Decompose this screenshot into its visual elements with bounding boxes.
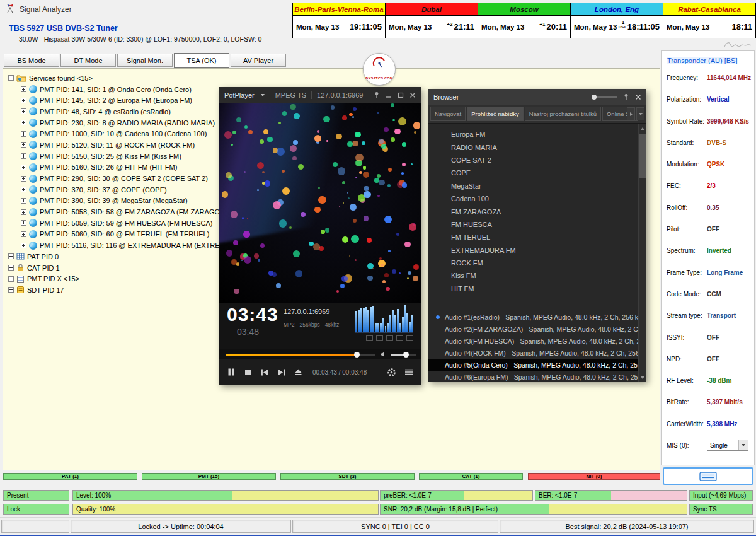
volume-handle[interactable] — [403, 352, 409, 358]
collapse-toggle[interactable] — [8, 75, 14, 81]
expand-toggle[interactable] — [21, 142, 26, 148]
viz-mini-icon[interactable] — [376, 335, 383, 341]
transponder-field: Frame Type: Long Frame — [662, 269, 754, 290]
transponder-title[interactable]: Transponder (AU) [BS] — [667, 57, 737, 64]
viz-mini-icon[interactable] — [386, 335, 393, 341]
next-button[interactable] — [277, 368, 286, 376]
field-value: OFF — [707, 334, 719, 355]
previous-button[interactable] — [260, 368, 269, 376]
pause-button[interactable] — [227, 368, 236, 376]
tab-list-dropdown-icon[interactable] — [636, 107, 644, 120]
expand-toggle[interactable] — [21, 98, 26, 103]
network-device-button[interactable] — [663, 467, 753, 485]
open-eject-button[interactable] — [294, 368, 302, 376]
expand-toggle[interactable] — [8, 265, 14, 271]
pin-icon[interactable] — [374, 91, 380, 99]
channel-item[interactable]: FM ZARAGOZA — [428, 205, 636, 218]
expand-toggle[interactable] — [21, 220, 26, 226]
expand-toggle[interactable] — [21, 176, 26, 182]
browser-tab[interactable]: Nástroj procházení titulků — [525, 107, 601, 121]
audio-track-item[interactable]: Audio #2(FM ZARAGOZA) - Spanish, MPEG Au… — [428, 323, 638, 335]
audio-track-item[interactable]: Audio #1(esRadio) - Spanish, MPEG Audio,… — [428, 311, 638, 323]
potplayer-titlebar[interactable]: PotPlayer MPEG TS 127.0.0.1:6969 — [219, 87, 421, 103]
browser-titlebar[interactable]: Browser — [428, 89, 646, 105]
transponder-field: Pilot: OFF — [662, 225, 754, 247]
slider-handle[interactable] — [592, 95, 597, 100]
mode-tab[interactable]: DT Mode — [60, 54, 116, 67]
channel-item[interactable]: ROCK FM — [428, 257, 636, 269]
maximize-icon[interactable] — [398, 92, 404, 98]
expand-toggle[interactable] — [21, 165, 26, 170]
chevron-down-icon[interactable] — [261, 94, 265, 96]
radio-service-icon: ♪ — [29, 208, 37, 216]
field-label: Polarization: — [667, 95, 707, 117]
tree-root-label: Services found <15> — [29, 74, 93, 82]
seek-handle[interactable] — [354, 352, 360, 358]
volume-slider[interactable] — [391, 354, 416, 356]
browser-tab[interactable]: Navigovat — [430, 107, 466, 121]
playlist-menu-icon[interactable] — [404, 368, 413, 376]
audio-track-item[interactable]: Audio #6(Europa FM) - Spanish, MPEG Audi… — [428, 371, 638, 382]
pin-icon[interactable] — [623, 93, 629, 101]
expand-toggle[interactable] — [8, 253, 14, 259]
settings-gear-icon[interactable] — [387, 368, 396, 377]
service-label: PMT PID: 5058, SID: 58 @ FM ZARAGOZA (FM… — [40, 208, 231, 216]
expand-toggle[interactable] — [21, 231, 26, 237]
expand-toggle[interactable] — [21, 153, 26, 159]
channel-item[interactable]: FM HUESCA — [428, 218, 636, 231]
expand-toggle[interactable] — [21, 243, 26, 248]
close-icon[interactable] — [635, 94, 641, 100]
mode-tab[interactable]: AV Player — [231, 54, 286, 67]
opacity-slider[interactable] — [595, 96, 617, 98]
channel-item[interactable]: COPE SAT 2 — [428, 154, 636, 166]
audio-track-item[interactable]: Audio #3(FM HUESCA) - Spanish, MPEG Audi… — [428, 335, 638, 347]
expand-toggle[interactable] — [21, 86, 26, 92]
expand-toggle[interactable] — [8, 287, 14, 293]
expand-toggle[interactable] — [21, 198, 26, 204]
service-label: PMT PID: 370, SID: 37 @ COPE (COPE) — [40, 186, 167, 194]
window-titlebar[interactable]: Signal Analyzer — [0, 0, 293, 19]
channel-item[interactable]: FM TERUEL — [428, 231, 636, 243]
browser-tab[interactable]: Prohlížeč nabídky — [467, 107, 524, 121]
channel-item[interactable]: HIT FM — [428, 283, 636, 295]
channel-list: Europa FM RADIO MARIA COPE SAT 2 COPE Me… — [428, 128, 636, 295]
scrollbar-thumb[interactable] — [639, 134, 646, 178]
mode-tab[interactable]: BS Mode — [4, 54, 59, 67]
expand-toggle[interactable] — [21, 108, 26, 114]
mis-select[interactable]: Single — [707, 440, 748, 451]
mode-tab[interactable]: TSA (OK) — [174, 53, 229, 68]
expand-toggle[interactable] — [21, 209, 26, 215]
channel-item[interactable]: RADIO MARIA — [428, 141, 636, 153]
expand-toggle[interactable] — [8, 276, 14, 282]
channel-item[interactable]: COPE — [428, 166, 636, 179]
seek-bar[interactable] — [226, 354, 375, 356]
channel-item[interactable]: EXTREMADURA FM — [428, 244, 636, 257]
channel-item[interactable]: Cadena 100 — [428, 192, 636, 205]
scroll-right-icon[interactable] — [627, 107, 635, 120]
close-icon[interactable] — [410, 92, 416, 98]
scroll-up-icon[interactable] — [639, 124, 646, 132]
channel-item[interactable]: Kiss FM — [428, 269, 636, 282]
audio-track-item[interactable]: Audio #5(Onda Cero) - Spanish, MPEG Audi… — [428, 359, 638, 371]
audio-track-item[interactable]: Audio #4(ROCK FM) - Spanish, MPEG Audio,… — [428, 347, 638, 359]
stop-button[interactable] — [244, 368, 252, 376]
speaker-icon[interactable] — [380, 351, 386, 358]
scroll-down-icon[interactable] — [639, 373, 646, 382]
minimize-icon[interactable] — [386, 92, 392, 98]
expand-toggle[interactable] — [21, 120, 26, 125]
radio-service-icon: ♪ — [29, 185, 37, 194]
channel-item[interactable]: MegaStar — [428, 180, 636, 192]
service-label: PMT PID: 5150, SID: 25 @ Kiss FM (Kiss F… — [40, 153, 181, 160]
tree-root-row[interactable]: Services found <15> — [8, 73, 263, 84]
channel-item[interactable]: Europa FM — [428, 128, 636, 141]
viz-mini-icon[interactable] — [406, 335, 413, 341]
browser-scrollbar[interactable] — [638, 124, 646, 382]
expand-toggle[interactable] — [21, 131, 26, 137]
field-label: Symbol Rate: — [667, 117, 707, 139]
viz-mini-icon[interactable] — [366, 335, 373, 341]
expand-toggle[interactable] — [21, 187, 26, 192]
dropdown-arrow-icon[interactable] — [738, 440, 748, 450]
viz-mini-icon[interactable] — [396, 335, 403, 341]
playback-time: 00:03:43 / 00:03:48 — [312, 369, 367, 376]
mode-tab[interactable]: Signal Mon. — [117, 54, 173, 67]
